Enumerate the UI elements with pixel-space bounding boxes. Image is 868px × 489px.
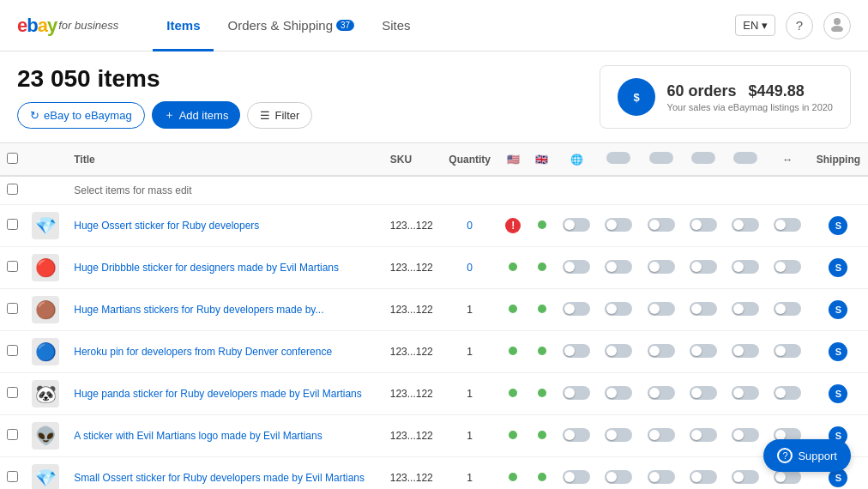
item-toggle-1[interactable] (598, 415, 640, 457)
item-toggle-4[interactable] (724, 247, 766, 289)
nav-item-items[interactable]: Items (153, 0, 214, 51)
item-toggle-1[interactable] (598, 205, 640, 247)
item-toggle-2[interactable] (640, 331, 682, 373)
item-toggle-2[interactable] (640, 205, 682, 247)
item-flag-uk[interactable] (528, 205, 556, 247)
item-arrow[interactable] (767, 373, 809, 415)
item-shipping[interactable]: S (809, 247, 868, 289)
item-arrow[interactable] (767, 289, 809, 331)
item-toggle-3[interactable] (682, 457, 724, 490)
item-flag-us[interactable]: ! (498, 205, 528, 247)
toggle-switch[interactable] (690, 428, 717, 442)
row-checkbox[interactable] (7, 261, 18, 272)
toggle-switch[interactable] (648, 428, 675, 442)
item-toggle-2[interactable] (640, 415, 682, 457)
nav-item-sites[interactable]: Sites (368, 0, 424, 51)
toggle-switch[interactable] (563, 386, 590, 400)
toggle-switch[interactable] (648, 302, 675, 316)
toggle-switch[interactable] (648, 470, 675, 484)
toggle-switch[interactable] (648, 344, 675, 358)
toggle-switch[interactable] (605, 302, 632, 316)
item-toggle-1[interactable] (598, 247, 640, 289)
select-all-checkbox[interactable] (7, 153, 18, 164)
toggle-switch[interactable] (605, 428, 632, 442)
item-shipping[interactable]: S (809, 289, 868, 331)
toggle-switch[interactable] (732, 218, 759, 232)
item-toggle-0[interactable] (555, 415, 597, 457)
item-toggle-0[interactable] (555, 457, 597, 490)
toggle-switch[interactable] (648, 386, 675, 400)
item-title[interactable]: A sticker with Evil Martians logo made b… (74, 430, 322, 442)
toggle-switch[interactable] (605, 218, 632, 232)
row-checkbox[interactable] (7, 429, 18, 440)
item-toggle-0[interactable] (555, 289, 597, 331)
item-title[interactable]: Huge Ossert sticker for Ruby developers (74, 220, 259, 232)
toggle-switch[interactable] (732, 344, 759, 358)
help-button[interactable]: ? (786, 12, 813, 39)
item-arrow[interactable] (767, 205, 809, 247)
toggle-switch[interactable] (648, 260, 675, 274)
toggle-switch[interactable] (563, 302, 590, 316)
item-shipping[interactable]: S (809, 373, 868, 415)
item-toggle-1[interactable] (598, 331, 640, 373)
toggle-switch[interactable] (563, 428, 590, 442)
item-flag-us[interactable] (498, 415, 528, 457)
toggle-switch[interactable] (732, 302, 759, 316)
item-toggle-3[interactable] (682, 205, 724, 247)
item-shipping[interactable]: S (809, 205, 868, 247)
item-shipping[interactable]: S (809, 331, 868, 373)
item-toggle-3[interactable] (682, 373, 724, 415)
item-toggle-3[interactable] (682, 289, 724, 331)
toggle-switch[interactable] (605, 260, 632, 274)
user-button[interactable] (823, 12, 851, 39)
toggle-arrow[interactable] (774, 218, 801, 232)
row-checkbox[interactable] (7, 219, 18, 230)
item-flag-us[interactable] (498, 331, 528, 373)
nav-item-orders[interactable]: Orders & Shipping 37 (214, 0, 368, 51)
row-checkbox[interactable] (7, 345, 18, 356)
toggle-arrow[interactable] (774, 386, 801, 400)
item-title[interactable]: Huge Dribbble sticker for designers made… (74, 262, 339, 274)
item-toggle-3[interactable] (682, 247, 724, 289)
item-toggle-4[interactable] (724, 373, 766, 415)
toggle-switch[interactable] (732, 470, 759, 484)
lang-selector[interactable]: EN ▾ (735, 15, 775, 36)
filter-button[interactable]: ☰ Filter (247, 102, 312, 129)
toggle-switch[interactable] (605, 470, 632, 484)
item-toggle-2[interactable] (640, 373, 682, 415)
logo[interactable]: ebay for business (17, 15, 118, 37)
toggle-arrow[interactable] (774, 344, 801, 358)
item-toggle-4[interactable] (724, 457, 766, 490)
toggle-switch[interactable] (648, 218, 675, 232)
item-title[interactable]: Small Ossert sticker for Ruby developers… (74, 472, 365, 484)
item-flag-us[interactable] (498, 289, 528, 331)
ebay-to-ebaymag-button[interactable]: ↻ eBay to eBaymag (17, 102, 145, 129)
item-flag-uk[interactable] (528, 331, 556, 373)
support-button[interactable]: ? Support (763, 439, 851, 472)
item-flag-uk[interactable] (528, 247, 556, 289)
toggle-arrow[interactable] (774, 302, 801, 316)
item-flag-us[interactable] (498, 247, 528, 289)
item-toggle-0[interactable] (555, 205, 597, 247)
item-toggle-2[interactable] (640, 289, 682, 331)
item-flag-uk[interactable] (528, 289, 556, 331)
item-toggle-1[interactable] (598, 457, 640, 490)
mass-edit-checkbox[interactable] (7, 184, 18, 195)
item-title[interactable]: Huge Martians stickers for Ruby develope… (74, 304, 323, 316)
row-checkbox[interactable] (7, 303, 18, 314)
item-toggle-1[interactable] (598, 289, 640, 331)
toggle-switch[interactable] (690, 260, 717, 274)
toggle-switch[interactable] (605, 344, 632, 358)
item-arrow[interactable] (767, 247, 809, 289)
toggle-switch[interactable] (690, 470, 717, 484)
item-flag-us[interactable] (498, 457, 528, 490)
toggle-switch[interactable] (563, 344, 590, 358)
toggle-switch[interactable] (563, 470, 590, 484)
item-flag-uk[interactable] (528, 415, 556, 457)
toggle-switch[interactable] (690, 302, 717, 316)
item-flag-us[interactable] (498, 373, 528, 415)
row-checkbox[interactable] (7, 471, 18, 482)
toggle-switch[interactable] (690, 344, 717, 358)
row-checkbox[interactable] (7, 387, 18, 398)
item-flag-uk[interactable] (528, 373, 556, 415)
